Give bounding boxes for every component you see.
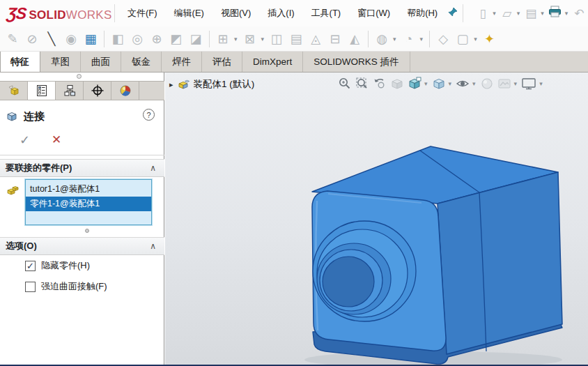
display-style-dropdown-icon[interactable]: ▾ (449, 80, 452, 87)
menu-file[interactable]: 文件(F) (127, 7, 157, 20)
instant3d-dropdown-icon[interactable]: ▾ (474, 36, 477, 43)
logo-text-solid: SOLID (29, 8, 65, 22)
hide-parts-checkbox[interactable]: ✓ (25, 261, 36, 271)
list-item[interactable]: tutor1-1@装配体1 (26, 182, 151, 197)
smart-fasteners-icon[interactable]: ⊕ (148, 27, 165, 51)
tab-weldments[interactable]: 焊件 (162, 52, 202, 72)
open-dropdown-icon[interactable]: ▾ (517, 10, 520, 17)
dimxpertmanager-icon (91, 84, 105, 98)
save-dropdown-icon[interactable]: ▾ (541, 10, 544, 17)
linear-component-pattern-icon[interactable]: ⊠ (242, 27, 258, 51)
pin-menu-icon[interactable] (447, 6, 458, 20)
no-external-references-icon[interactable]: ⊘ (24, 27, 40, 51)
assembly-features-dropdown-icon[interactable]: ▾ (234, 36, 238, 43)
undo-icon[interactable]: ↶ (571, 6, 587, 21)
tab-surfaces[interactable]: 曲面 (81, 52, 121, 72)
flyout-tree-item[interactable]: ▸ 装配体1 (默认) (169, 78, 254, 91)
assembly-model[interactable] (165, 73, 588, 365)
tab-configurationmanager[interactable] (56, 82, 84, 100)
edit-appearance-icon[interactable] (479, 76, 495, 91)
assembly-visualization-icon[interactable]: ◇ (435, 27, 451, 51)
collapse-chevron-icon[interactable]: ∧ (150, 241, 156, 251)
assembly-toolbar: ✎ ⊘ ╲ ◉ ▦ ◧ ◎ ⊕ ◩ ◪ ⊞ ▾ ⊠ ▾ ◫ ▤ ◬ ⊟ ◭ ◍ … (0, 26, 588, 52)
collapse-chevron-icon[interactable]: ∧ (150, 163, 156, 173)
toolbox-icon[interactable]: ✦ (481, 27, 498, 51)
property-manager-panel: 连接 ? ✓ ✕ 要联接的零件(P) ∧ tutor1-1@装配体1 零件1-1… (0, 73, 164, 365)
tab-sheet-metal[interactable]: 钣金 (121, 52, 162, 72)
tab-evaluate[interactable]: 评估 (202, 52, 242, 72)
parts-to-join-listbox[interactable]: tutor1-1@装配体1 零件1-1@装配体1 (25, 179, 152, 225)
checkbox-row-force-surface-contact: 强迫曲面接触(F) (25, 280, 107, 293)
options-section-header[interactable]: 选项(O) ∧ (0, 237, 164, 255)
expand-arrow-icon[interactable]: ▸ (169, 80, 173, 89)
hide-show-items-icon[interactable] (455, 76, 470, 91)
menu-insert[interactable]: 插入(I) (268, 7, 294, 20)
print-dropdown-icon[interactable]: ▾ (565, 10, 568, 17)
mate-connect-icon (6, 110, 18, 123)
separator (209, 31, 210, 47)
interference-detection-icon[interactable]: ⊟ (327, 27, 343, 51)
view-settings-dropdown-icon[interactable]: ▾ (539, 80, 543, 87)
tab-propertymanager[interactable] (28, 82, 56, 100)
zoom-to-fit-icon[interactable] (337, 76, 353, 91)
exploded-view-icon[interactable]: ◬ (307, 27, 324, 51)
listbox-resize-handle[interactable] (85, 229, 89, 233)
show-hidden-components-icon[interactable]: ◉ (63, 27, 79, 51)
mirror-components-icon[interactable]: ◫ (268, 27, 285, 51)
display-style-icon[interactable] (431, 76, 447, 91)
displaymanager-icon (118, 84, 132, 98)
view-settings-icon[interactable] (520, 76, 537, 91)
tab-features[interactable]: 特征 (0, 52, 40, 72)
view-orientation-dropdown-icon[interactable]: ▾ (424, 80, 428, 87)
tab-dimxpertmanager[interactable] (84, 82, 111, 100)
parts-section-header[interactable]: 要联接的零件(P) ∧ (0, 159, 164, 177)
pattern-dropdown-icon[interactable]: ▾ (261, 36, 265, 43)
new-document-icon[interactable]: ▯ (474, 6, 491, 21)
tab-featuremanager-tree[interactable] (0, 82, 28, 100)
instant3d-icon[interactable]: ▢ (454, 27, 471, 51)
change-transparency-icon[interactable]: ◔ (401, 27, 417, 51)
assembly-tree-label[interactable]: 装配体1 (默认) (194, 78, 255, 91)
menu-help[interactable]: 帮助(H) (407, 7, 438, 20)
previous-view-icon[interactable] (372, 76, 387, 91)
tab-dimxpert[interactable]: DimXpert (242, 52, 303, 72)
apply-scene-dropdown-icon[interactable]: ▾ (514, 80, 518, 87)
select-window-icon[interactable]: ▦ (82, 27, 99, 51)
save-icon[interactable]: ▤ (523, 6, 539, 21)
move-component-icon[interactable]: ◩ (168, 27, 185, 51)
clearance-verification-icon[interactable]: ◭ (346, 27, 363, 51)
print-icon[interactable] (547, 6, 564, 21)
transparency-dropdown-icon[interactable]: ▾ (420, 36, 424, 43)
insert-components-icon[interactable]: ◧ (109, 27, 126, 51)
menu-items: 文件(F) 编辑(E) 视图(V) 插入(I) 工具(T) 窗口(W) 帮助(H… (119, 7, 438, 20)
ok-button[interactable]: ✓ (20, 132, 30, 148)
mate-icon[interactable]: ◎ (129, 27, 146, 51)
new-dropdown-icon[interactable]: ▾ (493, 10, 496, 17)
menu-edit[interactable]: 编辑(E) (174, 7, 204, 20)
view-orientation-icon[interactable] (407, 76, 422, 91)
list-item-selected[interactable]: 零件1-1@装配体1 (26, 197, 151, 211)
hide-show-components-icon[interactable]: ◍ (373, 27, 390, 51)
zoom-to-area-icon[interactable] (355, 76, 370, 91)
cancel-button[interactable]: ✕ (52, 132, 61, 147)
graphics-viewport[interactable]: ▸ 装配体1 (默认) ▾ ▾ ▾ ▾ ▾ (165, 73, 588, 365)
hide-show-dropdown-icon[interactable]: ▾ (472, 80, 476, 87)
line-sketch-icon[interactable]: ╲ (43, 27, 60, 51)
bill-of-materials-icon[interactable]: ▤ (288, 27, 304, 51)
hide-show-dropdown-icon[interactable]: ▾ (393, 36, 396, 43)
panel-splitter-handle[interactable] (77, 74, 82, 79)
menu-window[interactable]: 窗口(W) (357, 7, 390, 20)
menu-view[interactable]: 视图(V) (221, 7, 251, 20)
apply-scene-icon[interactable] (497, 76, 512, 91)
edit-component-icon[interactable]: ✎ (4, 27, 21, 51)
section-view-icon[interactable] (389, 76, 405, 91)
open-icon[interactable]: ▱ (499, 6, 516, 21)
tab-displaymanager[interactable] (111, 82, 139, 100)
tab-sketch[interactable]: 草图 (40, 52, 81, 72)
rotate-component-icon[interactable]: ◪ (187, 27, 204, 51)
menu-tools[interactable]: 工具(T) (311, 7, 341, 20)
tab-solidworks-addins[interactable]: SOLIDWORKS 插件 (303, 52, 410, 72)
help-icon[interactable]: ? (143, 109, 155, 121)
assembly-features-icon[interactable]: ⊞ (215, 27, 231, 51)
force-surface-contact-checkbox[interactable] (25, 282, 36, 292)
